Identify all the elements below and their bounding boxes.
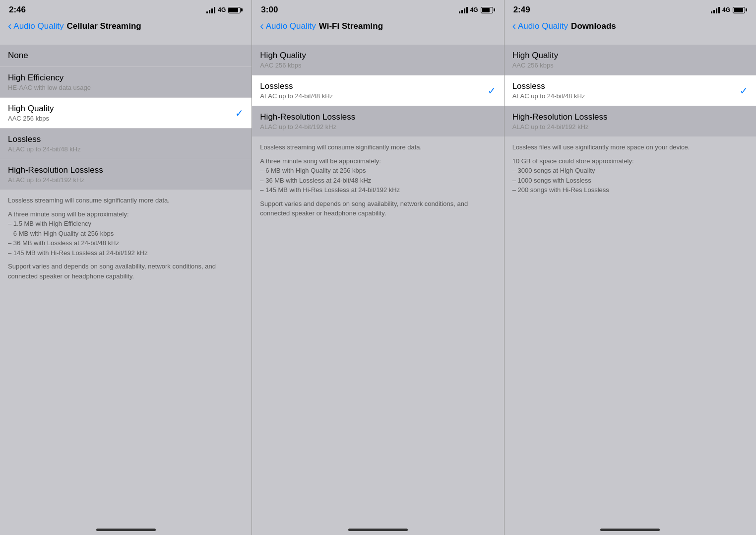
option-subtitle: AAC 256 kbps [260,62,496,69]
home-indicator [504,520,756,535]
back-label: Audio Quality [518,21,568,31]
checkmark-icon: ✓ [235,107,244,119]
cellular-streaming-screen: 2:46 4G ‹ Audio Quality Cellular Streami… [0,0,252,535]
option-title: High Quality [8,104,54,113]
option-title: High-Resolution Lossless [8,165,103,175]
info-section: Lossless files will use significantly mo… [504,136,756,201]
status-icons: 4G [711,6,747,13]
high-quality-option[interactable]: High Quality AAC 256 kbps ✓ [0,98,252,129]
option-subtitle: AAC 256 kbps [8,115,244,122]
content-area: None High Efficiency HE-AAC with low dat… [0,37,252,520]
status-time: 2:46 [9,5,26,15]
back-label: Audio Quality [266,21,316,31]
list-item[interactable]: High-Resolution Lossless ALAC up to 24-b… [504,106,756,136]
status-bar: 3:00 4G [252,0,504,18]
chevron-left-icon: ‹ [8,21,11,32]
battery-icon [228,7,243,13]
wifi-streaming-screen: 3:00 4G ‹ Audio Quality Wi-Fi Streaming [252,0,504,535]
checkmark-icon: ✓ [488,85,496,97]
option-title: Lossless [260,81,293,91]
lossless-option[interactable]: Lossless ALAC up to 24-bit/48 kHz ✓ [504,75,756,106]
status-icons: 4G [206,6,243,13]
status-bar: 2:46 4G [0,0,252,18]
home-bar [348,529,408,531]
back-button[interactable]: ‹ Audio Quality [8,21,63,32]
battery-icon [733,7,747,13]
network-type: 4G [218,6,226,13]
checkmark-icon: ✓ [740,85,748,97]
list-item[interactable]: None [0,45,252,67]
status-time: 3:00 [261,5,278,15]
content-area: High Quality AAC 256 kbps Lossless ALAC … [252,37,504,520]
option-subtitle: ALAC up to 24-bit/48 kHz [512,92,748,100]
list-item[interactable]: High-Resolution Lossless ALAC up to 24-b… [252,106,504,136]
home-bar [600,529,660,531]
back-button[interactable]: ‹ Audio Quality [512,21,568,32]
signal-icon [711,6,720,13]
option-subtitle: AAC 256 kbps [512,62,748,69]
content-area: High Quality AAC 256 kbps Lossless ALAC … [504,37,756,520]
home-indicator [0,520,252,535]
nav-bar: ‹ Audio Quality Wi-Fi Streaming [252,18,504,37]
option-subtitle: ALAC up to 24-bit/192 kHz [512,123,748,131]
status-time: 2:49 [513,5,530,15]
option-title: None [8,51,28,60]
chevron-left-icon: ‹ [260,21,263,32]
list-item[interactable]: High Quality AAC 256 kbps [504,45,756,75]
option-title: High Efficiency [8,73,63,82]
option-title: High-Resolution Lossless [260,112,355,122]
downloads-screen: 2:49 4G ‹ Audio Quality Downloads [504,0,756,535]
back-label: Audio Quality [13,21,63,31]
nav-bar: ‹ Audio Quality Cellular Streaming [0,18,252,37]
option-title: High Quality [512,51,559,60]
home-bar [96,529,156,531]
option-title: High Quality [260,51,306,60]
network-type: 4G [470,6,478,13]
option-subtitle: ALAC up to 24-bit/192 kHz [8,176,244,184]
nav-bar: ‹ Audio Quality Downloads [504,18,756,37]
page-title: Cellular Streaming [66,21,141,31]
battery-icon [481,7,495,13]
list-item[interactable]: Lossless ALAC up to 24-bit/48 kHz [0,129,252,159]
signal-icon [206,6,215,13]
home-indicator [252,520,504,535]
option-title: Lossless [8,134,41,144]
option-subtitle: ALAC up to 24-bit/48 kHz [260,92,496,100]
status-bar: 2:49 4G [504,0,756,18]
option-title: High-Resolution Lossless [512,112,608,122]
list-item[interactable]: High Quality AAC 256 kbps [252,45,504,75]
option-subtitle: HE-AAC with low data usage [8,84,244,91]
page-title: Downloads [571,21,616,31]
info-section: Lossless streaming will consume signific… [252,136,504,224]
page-title: Wi-Fi Streaming [319,21,383,31]
network-type: 4G [722,6,730,13]
list-item[interactable]: High-Resolution Lossless ALAC up to 24-b… [0,159,252,190]
info-section: Lossless streaming will consume signific… [0,190,252,287]
status-icons: 4G [459,6,495,13]
option-subtitle: ALAC up to 24-bit/192 kHz [260,123,496,131]
chevron-left-icon: ‹ [512,21,516,32]
option-title: Lossless [512,81,545,91]
option-subtitle: ALAC up to 24-bit/48 kHz [8,145,244,153]
list-item[interactable]: High Efficiency HE-AAC with low data usa… [0,67,252,98]
lossless-option[interactable]: Lossless ALAC up to 24-bit/48 kHz ✓ [252,75,504,106]
signal-icon [459,6,468,13]
back-button[interactable]: ‹ Audio Quality [260,21,315,32]
